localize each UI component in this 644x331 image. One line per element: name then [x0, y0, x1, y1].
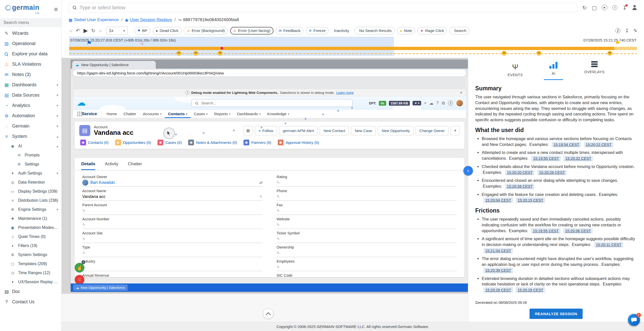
close-icon[interactable]: [460, 91, 463, 95]
related-list-link[interactable]: Contacts (0): [80, 140, 109, 145]
timestamp-link[interactable]: 15:20:22 CEST: [584, 142, 613, 148]
sidebar-subitem[interactable]: Data Retention: [0, 178, 61, 187]
edit-icon[interactable]: [82, 209, 86, 213]
salesforce-nav-item[interactable]: Reports: [211, 110, 234, 118]
timestamp-link[interactable]: 15:21:04 CEST: [484, 248, 513, 254]
global-search[interactable]: [69, 3, 577, 12]
sidebar-subitem[interactable]: Auth Settings: [0, 169, 61, 178]
sidebar-item[interactable]: Notes (3): [0, 69, 61, 80]
owner-link[interactable]: Bart Kowalski: [90, 180, 115, 185]
event-filter-chip[interactable]: Note: [397, 27, 415, 34]
sidebar-subitem[interactable]: AI: [0, 142, 61, 151]
salesforce-nav-item[interactable]: Knowledge: [264, 110, 292, 118]
timeline-marker[interactable]: [87, 40, 92, 46]
edit-icon[interactable]: [82, 223, 86, 227]
chat-fab-button[interactable]: 1: [628, 314, 640, 326]
timestamp-link[interactable]: 15:20:26 CEST: [484, 287, 513, 293]
user-profile-icon[interactable]: [632, 5, 637, 10]
timestamp-link[interactable]: 15:20:28 CEST: [516, 287, 545, 293]
panel-tab[interactable]: OVERLAYS: [579, 58, 610, 80]
sidebar-item[interactable]: Operational: [0, 38, 61, 49]
related-list-link[interactable]: Cases (0): [157, 140, 182, 145]
timeline-event-track[interactable]: [69, 53, 637, 54]
record-action-button[interactable]: Change Owner: [416, 126, 449, 135]
edit-icon[interactable]: [277, 209, 280, 213]
info-icon[interactable]: [612, 5, 617, 10]
timeline-marker[interactable]: [221, 47, 223, 50]
refresh-icon[interactable]: [582, 5, 587, 10]
url-field[interactable]: https://gapm-dev-ed.lightning.force.com/…: [73, 70, 466, 76]
record-action-button[interactable]: germain APM Alert: [279, 126, 318, 135]
panel-expand-button[interactable]: [463, 166, 473, 176]
event-filter-chip[interactable]: No Search Results: [354, 27, 395, 34]
rating-widget[interactable]: [413, 101, 421, 105]
salesforce-nav-item[interactable]: Dashboards: [234, 110, 264, 118]
timeline-marker[interactable]: [536, 51, 541, 56]
breadcrumb-siebel[interactable]: Siebel User Experience: [69, 17, 119, 22]
sidebar-subitem[interactable]: Maintenance (1): [0, 214, 61, 223]
detail-tab[interactable]: Chatter: [128, 158, 142, 170]
timestamp-link[interactable]: 15:20:32 CEST: [564, 156, 593, 161]
sidebar-subitem[interactable]: Engine Settings: [0, 205, 61, 214]
timestamp-link[interactable]: 15:20:39 CEST: [484, 268, 513, 273]
help-icon[interactable]: [436, 101, 438, 106]
edit-icon[interactable]: [633, 28, 637, 34]
event-filter-chip[interactable]: Dead Click: [153, 27, 181, 34]
record-action-button[interactable]: Follow: [255, 126, 277, 135]
salesforce-nav-item[interactable]: Chatter: [120, 110, 140, 118]
timestamp-link[interactable]: 15:19:55 CEST: [531, 228, 560, 234]
breadcrumb-replays[interactable]: User Session Replays: [125, 17, 172, 22]
learn-more-link[interactable]: Learn more: [336, 91, 354, 95]
timeline-progress-bar[interactable]: [69, 47, 637, 50]
event-filter-chip[interactable]: Rage Click: [417, 27, 447, 34]
play-button[interactable]: [83, 28, 89, 33]
record-action-button[interactable]: New Opportunity: [378, 126, 414, 135]
salesforce-nav-item[interactable]: Home: [103, 110, 120, 118]
sidebar-subitem[interactable]: Display Settings (339): [0, 187, 61, 196]
app-launcher-icon[interactable]: [77, 112, 78, 113]
setup-cloud-icon[interactable]: [429, 101, 433, 106]
timestamp-link[interactable]: 15:19:55 CEST: [531, 156, 561, 161]
sidebar-subitem[interactable]: Quiet Times (0): [0, 232, 61, 241]
edit-icon[interactable]: [82, 251, 86, 255]
sidebar-subitem[interactable]: Templates (209): [0, 259, 61, 268]
timestamp-link[interactable]: 15:20:20 CEST: [505, 170, 535, 176]
sidebar-subitem[interactable]: UX/Session Replay Settings: [0, 277, 61, 286]
edit-icon[interactable]: [277, 251, 280, 255]
sidebar-item[interactable]: Data Sources: [0, 90, 61, 100]
sidebar-item[interactable]: Explore your data: [0, 49, 61, 59]
sidebar-item[interactable]: System: [0, 131, 61, 142]
sidebar-item[interactable]: Dashboards: [0, 80, 61, 90]
sidebar-item[interactable]: Analytics: [0, 100, 61, 111]
event-filter-chip[interactable]: Search: [449, 27, 469, 34]
reanalyze-session-button[interactable]: REANALYZE SESSION: [530, 309, 583, 319]
thumbs-down-button[interactable]: [75, 275, 84, 283]
skip-to-start-button[interactable]: [69, 28, 73, 33]
event-filter-chip[interactable]: Inactivity: [331, 27, 352, 34]
sidebar-item[interactable]: Doc: [0, 286, 61, 297]
close-icon[interactable]: [82, 260, 85, 264]
change-owner-icon[interactable]: [259, 180, 263, 185]
sidebar-subitem[interactable]: Filters (19): [0, 241, 61, 250]
event-filter-chip[interactable]: Error (Background): [184, 27, 228, 34]
event-filter-chip[interactable]: Freeze: [306, 27, 329, 34]
timeline-marker[interactable]: [140, 41, 144, 47]
timestamp-link[interactable]: 15:20:39 CEST: [505, 184, 535, 189]
event-filter-chip[interactable]: BP: [134, 27, 150, 34]
related-list-link[interactable]: Notes & Attachments (0): [188, 140, 237, 145]
related-list-link[interactable]: Opportunities (0): [115, 140, 151, 145]
timeline-marker[interactable]: [176, 51, 181, 56]
timeline-marker[interactable]: [218, 51, 223, 56]
edit-icon[interactable]: [277, 237, 280, 241]
sidebar-item[interactable]: SLA Violations: [0, 59, 61, 69]
edit-icon[interactable]: [82, 237, 86, 241]
edit-icon[interactable]: [277, 194, 280, 199]
menu-toggle-icon[interactable]: [54, 6, 58, 13]
edit-icon[interactable]: [277, 265, 280, 269]
browser-tab[interactable]: New Opportunity | Salesforce: [72, 61, 156, 69]
salesforce-search[interactable]: [191, 99, 352, 107]
salesforce-nav-item[interactable]: Contacts: [165, 110, 191, 118]
salesforce-nav-item[interactable]: Cases: [191, 110, 211, 118]
timestamp-link[interactable]: 15:20:15 CEST: [516, 197, 545, 203]
event-filter-chip[interactable]: Feedback: [276, 27, 304, 34]
